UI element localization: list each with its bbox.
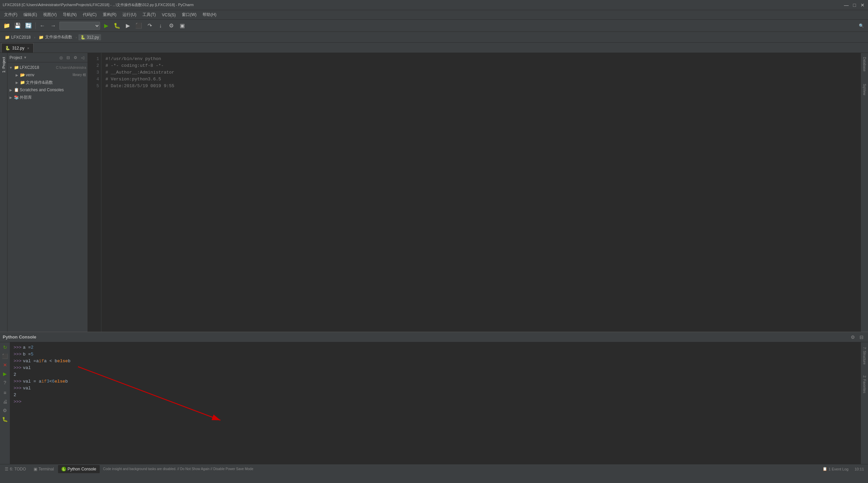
favorites-btn[interactable]: 2: Favorites — [863, 373, 866, 395]
toolbar-stop-btn[interactable]: ⬛ — [134, 21, 143, 31]
menu-view[interactable]: 视图(V) — [40, 11, 59, 19]
print-btn[interactable]: 🖨 — [1, 398, 9, 405]
project-dropdown-arrow[interactable]: ▼ — [23, 56, 27, 59]
console-code-5a: val = a — [23, 378, 41, 385]
breadcrumb-file[interactable]: 🐍 312.py — [78, 34, 101, 40]
tree-item-venv[interactable]: 📂 venv library 根 — [7, 71, 88, 79]
tree-label-external-libs: 外部库 — [20, 95, 86, 100]
sqview-tab-btn[interactable]: SqView — [862, 81, 867, 98]
console-output-val-1: 2 — [14, 371, 16, 378]
editor-tab-312py[interactable]: 🐍 312.py × — [1, 43, 34, 53]
help-console-btn[interactable]: ? — [1, 379, 9, 386]
venv-library-tag: library 根 — [73, 73, 86, 77]
todo-tab[interactable]: ☰ 6: TODO — [1, 465, 30, 473]
menu-window[interactable]: 窗口(W) — [179, 11, 199, 19]
toolbar-save-btn[interactable]: 💾 — [13, 21, 22, 31]
rerun-console-btn[interactable]: ↻ — [1, 344, 9, 351]
code-line-1: #!/usr/bin/env python — [105, 56, 856, 62]
console-line-4: >>> val — [14, 365, 857, 371]
line-num-1: 1 — [90, 56, 99, 62]
project-panel-action-icons: ◎ ⊟ ⚙ ◁ — [58, 55, 85, 61]
toolbar-debug-btn[interactable]: 🐛 — [112, 21, 122, 31]
tree-item-wenjiancaozuo[interactable]: 📁 文件操作&函数 — [7, 79, 88, 86]
run-config-dropdown[interactable] — [59, 22, 100, 30]
tree-path-lfxc2018: C:\Users\Administra — [56, 66, 86, 70]
toolbar-open-btn[interactable]: 📁 — [2, 21, 12, 31]
minimize-button[interactable]: — — [844, 2, 849, 8]
toolbar-run-with-coverage-btn[interactable]: ▶ — [123, 21, 133, 31]
toolbar-git-btn[interactable]: ⚙ — [167, 21, 176, 31]
close-console-btn[interactable]: ✕ — [1, 361, 9, 369]
project-panel-tab[interactable]: 1: Project — [1, 54, 6, 75]
settings-icon-btn[interactable]: ⚙ — [849, 333, 856, 341]
close-panel-btn[interactable]: ⊟ — [858, 333, 865, 341]
menu-vcs[interactable]: VCS(S) — [159, 12, 178, 18]
event-log-btn[interactable]: 📋 1 Event Log — [820, 466, 851, 472]
code-line-3: # __Author__:Administrator — [105, 69, 856, 76]
python-console-tab[interactable]: 🐍 Python Console — [58, 465, 100, 473]
run-console-btn[interactable]: ▶ — [1, 370, 9, 378]
settings-btn[interactable]: ⚙ — [72, 55, 78, 61]
tree-item-scratches[interactable]: 📋 Scratches and Consoles — [7, 86, 88, 94]
project-panel-header: Project ▼ ◎ ⊟ ⚙ ◁ — [7, 53, 88, 62]
soft-wrap-btn[interactable]: ≡ — [1, 389, 9, 397]
toolbar-back-btn[interactable]: ← — [38, 21, 47, 31]
menu-file[interactable]: 文件(F) — [1, 11, 20, 19]
project-label: Project — [9, 55, 22, 60]
project-panel-title: Project ▼ — [9, 55, 27, 60]
code-comment-3: # __Author__:Administrator — [105, 69, 174, 76]
console-prompt-1: >>> — [14, 344, 21, 351]
breadcrumb-folder[interactable]: 📁 文件操作&函数 — [37, 34, 74, 41]
console-code-3c: b — [68, 358, 71, 365]
tab-filename: 312.py — [12, 46, 24, 51]
tree-label-lfxc2018: LFXC2018 — [20, 65, 54, 70]
menu-tools[interactable]: 工具(T) — [140, 11, 158, 19]
title-bar: LFXC2018 [C:\Users\Administrator\Pycharm… — [0, 0, 868, 10]
toolbar-sync-btn[interactable]: 🔄 — [24, 21, 33, 31]
console-line-1: >>> a = 2 — [14, 344, 857, 351]
structure-side-panel: 7: Structure 2: Favorites — [861, 342, 868, 464]
console-code-4: val — [23, 365, 31, 371]
console-line-3: >>> val =a if a < b else b — [14, 358, 857, 365]
toolbar-terminal-btn[interactable]: ▣ — [177, 21, 187, 31]
menu-edit[interactable]: 编辑(E) — [21, 11, 40, 19]
tab-close-btn[interactable]: × — [26, 46, 30, 51]
terminal-tab[interactable]: ▣ Terminal — [30, 465, 57, 473]
code-editor[interactable]: #!/usr/bin/env python # -*- coding:utf-8… — [101, 53, 861, 332]
terminal-icon: ▣ — [34, 467, 37, 471]
toolbar-step-in-btn[interactable]: ↓ — [156, 21, 165, 31]
locate-file-btn[interactable]: ◎ — [58, 55, 64, 61]
toolbar-run-btn[interactable]: ▶ — [101, 21, 111, 31]
close-button[interactable]: ✕ — [860, 2, 865, 8]
console-prompt-7: >>> — [14, 399, 21, 405]
line-numbers: 1 2 3 4 5 — [88, 53, 101, 332]
debug-console-btn[interactable]: 🐛 — [1, 416, 9, 423]
structure-btn[interactable]: 7: Structure — [863, 345, 866, 367]
collapse-all-btn[interactable]: ⊟ — [65, 55, 71, 61]
toolbar-step-over-btn[interactable]: ↷ — [145, 21, 154, 31]
toolbar-forward-btn[interactable]: → — [49, 21, 58, 31]
window-controls: — □ ✕ — [844, 2, 865, 8]
maximize-button[interactable]: □ — [852, 2, 857, 8]
console-keyword-if-1: if — [39, 358, 44, 365]
tree-item-external-libs[interactable]: 📚 外部库 — [7, 94, 88, 101]
stop-console-btn[interactable]: ⬛ — [1, 352, 9, 360]
breadcrumb-sep-2: › — [76, 35, 77, 39]
menu-code[interactable]: 代码(C) — [80, 11, 99, 19]
status-time: 10:11 — [852, 467, 867, 471]
console-code-1: a = — [23, 344, 31, 351]
database-tab-btn[interactable]: Database — [862, 54, 867, 74]
console-prompt-3: >>> — [14, 358, 21, 365]
variables-btn[interactable]: ⚙ — [1, 407, 9, 414]
menu-refactor[interactable]: 重构(R) — [100, 11, 119, 19]
menu-help[interactable]: 帮助(H) — [200, 11, 219, 19]
console-keyword-if-2: if — [41, 378, 47, 385]
hide-panel-btn[interactable]: ◁ — [79, 55, 85, 61]
code-line-4: # Version:python3.6.5 — [105, 76, 856, 83]
menu-run[interactable]: 运行(U) — [120, 11, 139, 19]
menu-navigate[interactable]: 导航(N) — [60, 11, 79, 19]
python-console-tab-label: Python Console — [67, 467, 96, 471]
breadcrumb-root[interactable]: 📁 LFXC2018 — [3, 34, 33, 40]
search-everywhere-btn[interactable]: 🔍 — [856, 21, 866, 31]
tree-item-lfxc2018[interactable]: 📁 LFXC2018 C:\Users\Administra — [7, 64, 88, 71]
